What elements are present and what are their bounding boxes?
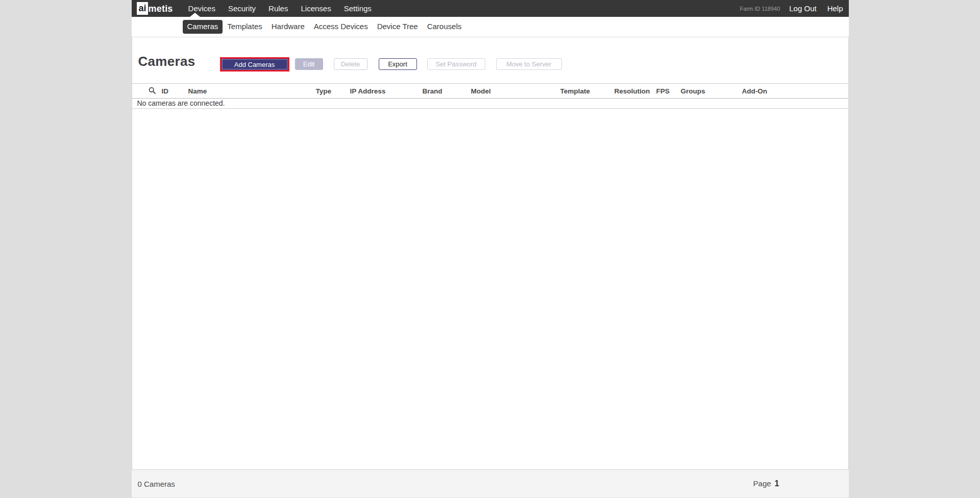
menu-item-security[interactable]: Security (222, 4, 262, 13)
delete-button[interactable]: Delete (334, 58, 368, 70)
search-toggle[interactable] (132, 87, 162, 96)
column-header-model[interactable]: Model (471, 87, 560, 95)
page-number[interactable]: 1 (775, 479, 779, 488)
column-header-brand[interactable]: Brand (423, 87, 471, 95)
logout-link[interactable]: Log Out (789, 4, 816, 13)
farm-id-label: Farm ID 118940 (740, 6, 780, 12)
tab-carousels[interactable]: Carousels (423, 20, 467, 34)
page-label: Page (753, 479, 771, 488)
top-menu: Devices Security Rules Licenses Settings (182, 4, 378, 13)
menu-item-rules[interactable]: Rules (262, 4, 294, 13)
table-header-row: ID Name Type IP Address Brand Model Temp… (132, 83, 848, 99)
menu-item-licenses[interactable]: Licenses (294, 4, 337, 13)
subnav: Cameras Templates Hardware Access Device… (132, 17, 849, 37)
empty-table-message: No cameras are connected. (132, 99, 848, 109)
tab-device-tree[interactable]: Device Tree (373, 20, 423, 34)
help-link[interactable]: Help (827, 4, 843, 13)
app-container: aimetis Devices Security Rules Licenses … (132, 0, 849, 497)
move-to-server-button[interactable]: Move to Server (496, 58, 562, 70)
column-header-ip-address[interactable]: IP Address (350, 87, 423, 95)
camera-count: 0 Cameras (138, 480, 175, 488)
column-header-id[interactable]: ID (162, 87, 188, 95)
column-header-template[interactable]: Template (560, 87, 615, 95)
column-header-fps[interactable]: FPS (656, 87, 681, 95)
topbar: aimetis Devices Security Rules Licenses … (132, 0, 849, 17)
set-password-button[interactable]: Set Password (427, 58, 485, 70)
tab-templates[interactable]: Templates (223, 20, 266, 34)
column-header-type[interactable]: Type (316, 87, 350, 95)
active-menu-caret-icon (190, 13, 200, 17)
logo-suffix: metis (149, 4, 173, 13)
tab-hardware[interactable]: Hardware (267, 20, 309, 34)
page-title: Cameras (138, 54, 195, 69)
tab-cameras[interactable]: Cameras (183, 20, 223, 34)
main-panel: Cameras Add Cameras Edit Delete Export S… (132, 37, 849, 469)
export-button[interactable]: Export (379, 58, 417, 70)
edit-button[interactable]: Edit (295, 58, 323, 70)
cameras-table: ID Name Type IP Address Brand Model Temp… (132, 83, 848, 109)
aimetis-logo[interactable]: aimetis (137, 2, 173, 15)
menu-item-settings[interactable]: Settings (337, 4, 378, 13)
add-cameras-button[interactable]: Add Cameras (220, 57, 289, 72)
logo-prefix: ai (137, 2, 148, 15)
column-header-groups[interactable]: Groups (681, 87, 742, 95)
toolbar: Cameras Add Cameras Edit Delete Export S… (132, 37, 848, 83)
footer: 0 Cameras Page1 (132, 469, 849, 497)
topbar-right: Farm ID 118940 Log Out Help (740, 4, 849, 13)
column-header-name[interactable]: Name (188, 87, 316, 95)
column-header-add-on[interactable]: Add-On (742, 87, 848, 95)
menu-item-devices[interactable]: Devices (182, 4, 222, 13)
tab-access-devices[interactable]: Access Devices (309, 20, 373, 34)
search-icon (149, 87, 156, 96)
pagination[interactable]: Page1 (753, 479, 779, 488)
column-header-resolution[interactable]: Resolution (615, 87, 656, 95)
